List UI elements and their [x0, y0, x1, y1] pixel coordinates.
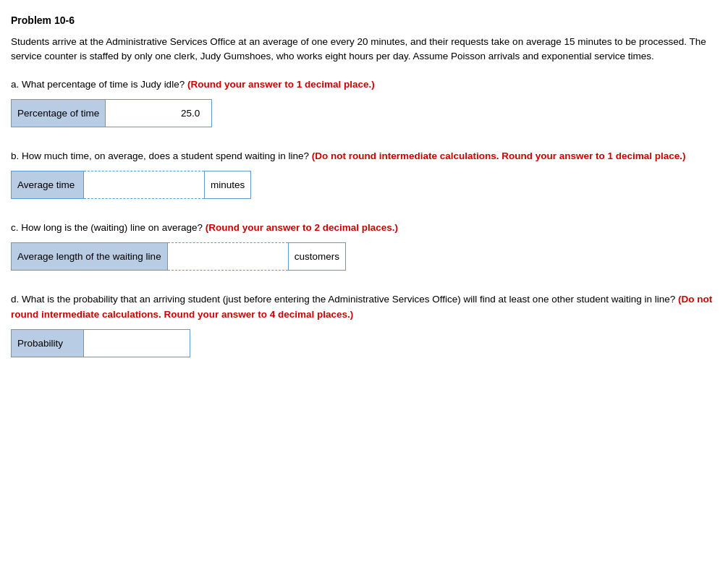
part-d-input-cell[interactable] — [84, 329, 190, 357]
part-a-note: (Round your answer to 1 decimal place.) — [187, 79, 375, 90]
problem-title: Problem 10-6 — [11, 14, 717, 26]
part-c-question: c. How long is the (waiting) line on ave… — [11, 221, 717, 235]
part-a-label-cell: Percentage of time — [12, 99, 106, 127]
part-c-input-cell[interactable] — [167, 243, 288, 271]
part-b-table: Average time minutes — [11, 171, 251, 199]
part-c-table: Average length of the waiting line custo… — [11, 242, 346, 271]
part-c-section: c. How long is the (waiting) line on ave… — [11, 221, 717, 271]
part-b-question: b. How much time, on average, does a stu… — [11, 149, 717, 164]
part-c-label-cell: Average length of the waiting line — [12, 243, 168, 271]
part-d-label: d. — [11, 294, 19, 305]
part-b-input-cell[interactable] — [84, 171, 205, 199]
part-b-input[interactable] — [90, 175, 198, 195]
part-b-unit: minutes — [205, 171, 251, 199]
part-a-question-text: What percentage of time is Judy idle? — [22, 79, 187, 90]
part-b-label: b. — [11, 150, 19, 161]
part-c-unit: customers — [288, 243, 345, 271]
part-d-input[interactable] — [90, 334, 184, 353]
part-d-question-text: What is the probability that an arriving… — [22, 294, 678, 305]
part-d-question: d. What is the probability that an arriv… — [11, 292, 717, 322]
part-a-input-cell[interactable] — [106, 99, 212, 127]
part-b-label-cell: Average time — [12, 171, 84, 199]
part-b-question-text: How much time, on average, does a studen… — [22, 150, 312, 161]
part-d-table: Probability — [11, 329, 190, 357]
part-a-question: a. What percentage of time is Judy idle?… — [11, 77, 717, 92]
part-d-section: d. What is the probability that an arriv… — [11, 292, 717, 357]
problem-description: Students arrive at the Administrative Se… — [11, 35, 717, 64]
part-c-question-text: How long is the (waiting) line on averag… — [21, 222, 205, 233]
part-c-label: c. — [11, 222, 19, 233]
part-a-input[interactable] — [111, 103, 206, 123]
part-a-table: Percentage of time — [11, 99, 212, 127]
part-d-label-cell: Probability — [12, 329, 84, 357]
part-a-label: a. — [11, 79, 19, 90]
part-b-note: (Do not round intermediate calculations.… — [312, 150, 686, 161]
part-a-section: a. What percentage of time is Judy idle?… — [11, 77, 717, 127]
part-b-section: b. How much time, on average, does a stu… — [11, 149, 717, 199]
part-c-input[interactable] — [174, 247, 282, 266]
part-c-note: (Round your answer to 2 decimal places.) — [206, 222, 398, 233]
